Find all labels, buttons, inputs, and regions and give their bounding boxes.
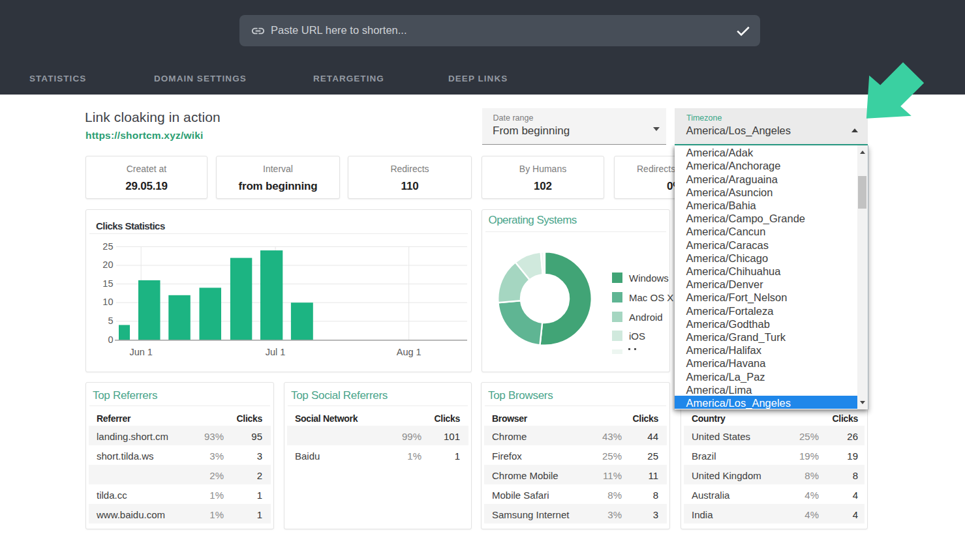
svg-text:15: 15 <box>102 278 113 289</box>
svg-text:Jul 1: Jul 1 <box>266 347 286 357</box>
svg-text:25: 25 <box>102 241 113 252</box>
svg-text:Jun 1: Jun 1 <box>129 347 152 357</box>
svg-text:5: 5 <box>108 316 113 326</box>
svg-text:Aug 1: Aug 1 <box>397 347 421 357</box>
svg-text:0: 0 <box>108 334 113 345</box>
svg-text:20: 20 <box>102 259 113 270</box>
svg-text:10: 10 <box>102 297 113 307</box>
